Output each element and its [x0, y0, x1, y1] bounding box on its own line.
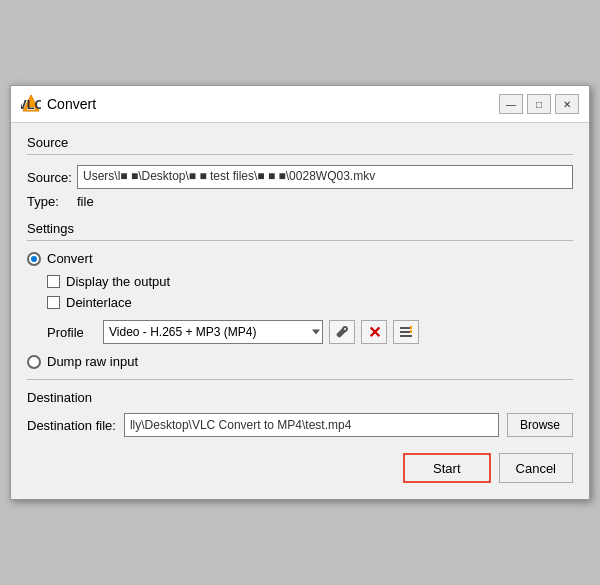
cancel-button[interactable]: Cancel [499, 453, 573, 483]
settings-section: Settings Convert Display the output Dein… [27, 221, 573, 369]
source-input[interactable]: Users\l■ ■\Desktop\■ ■ test files\■ ■ ■\… [77, 165, 573, 189]
display-output-checkbox[interactable] [47, 275, 60, 288]
convert-window: VLC Convert — □ ✕ Source Source: Users\l… [10, 85, 590, 500]
window-content: Source Source: Users\l■ ■\Desktop\■ ■ te… [11, 123, 589, 499]
display-output-row: Display the output [47, 274, 573, 289]
title-bar: VLC Convert — □ ✕ [11, 86, 589, 123]
title-bar-controls: — □ ✕ [499, 94, 579, 114]
destination-label: Destination file: [27, 418, 116, 433]
dump-raw-label: Dump raw input [47, 354, 138, 369]
source-divider [27, 154, 573, 155]
destination-row: Destination file: Browse [27, 413, 573, 437]
deinterlace-label: Deinterlace [66, 295, 132, 310]
profile-select[interactable]: Video - H.265 + MP3 (MP4) [103, 320, 323, 344]
settings-divider [27, 240, 573, 241]
settings-section-header: Settings [27, 221, 573, 236]
type-label: Type: [27, 194, 77, 209]
profile-row: Profile Video - H.265 + MP3 (MP4) ✕ [47, 320, 573, 344]
destination-section: Destination Destination file: Browse [27, 379, 573, 437]
list-button[interactable] [393, 320, 419, 344]
convert-radio[interactable] [27, 252, 41, 266]
browse-button[interactable]: Browse [507, 413, 573, 437]
profile-label: Profile [47, 325, 97, 340]
source-section-header: Source [27, 135, 573, 150]
dump-raw-row: Dump raw input [27, 354, 573, 369]
svg-rect-6 [410, 326, 412, 329]
type-value: file [77, 194, 94, 209]
window-title: Convert [47, 96, 96, 112]
maximize-button[interactable]: □ [527, 94, 551, 114]
source-section: Source Source: Users\l■ ■\Desktop\■ ■ te… [27, 135, 573, 209]
list-icon [399, 325, 413, 339]
title-bar-left: VLC Convert [21, 94, 96, 114]
display-output-label: Display the output [66, 274, 170, 289]
close-button[interactable]: ✕ [555, 94, 579, 114]
start-button[interactable]: Start [403, 453, 490, 483]
source-row: Source: Users\l■ ■\Desktop\■ ■ test file… [27, 165, 573, 189]
footer-buttons: Start Cancel [27, 453, 573, 483]
convert-label: Convert [47, 251, 93, 266]
destination-section-header: Destination [27, 390, 573, 405]
deinterlace-row: Deinterlace [47, 295, 573, 310]
svg-rect-7 [410, 330, 412, 333]
svg-text:VLC: VLC [21, 97, 41, 112]
svg-rect-5 [400, 335, 412, 337]
vlc-icon: VLC [21, 94, 41, 114]
type-row: Type: file [27, 194, 573, 209]
destination-input[interactable] [124, 413, 499, 437]
minimize-button[interactable]: — [499, 94, 523, 114]
delete-profile-button[interactable]: ✕ [361, 320, 387, 344]
profile-select-wrapper: Video - H.265 + MP3 (MP4) [103, 320, 323, 344]
dump-raw-radio[interactable] [27, 355, 41, 369]
source-label: Source: [27, 170, 77, 185]
wrench-icon [335, 325, 349, 339]
wrench-button[interactable] [329, 320, 355, 344]
convert-radio-row: Convert [27, 251, 573, 266]
deinterlace-checkbox[interactable] [47, 296, 60, 309]
